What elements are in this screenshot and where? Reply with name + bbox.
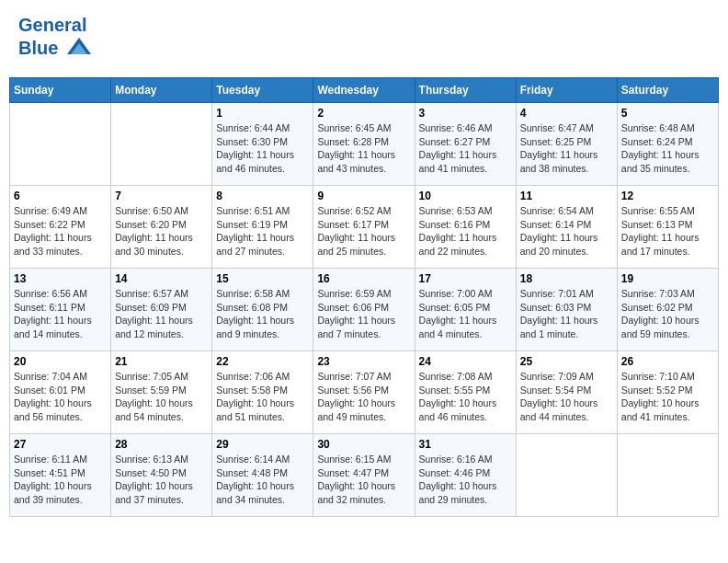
day-info: Sunrise: 7:07 AMSunset: 5:56 PMDaylight:… — [317, 370, 410, 424]
calendar-cell: 31Sunrise: 6:16 AMSunset: 4:46 PMDayligh… — [415, 434, 516, 517]
calendar-cell — [617, 434, 718, 517]
day-number: 10 — [419, 190, 512, 202]
day-number: 8 — [216, 190, 309, 202]
day-info: Sunrise: 6:14 AMSunset: 4:48 PMDaylight:… — [216, 453, 309, 507]
calendar-cell: 5Sunrise: 6:48 AMSunset: 6:24 PMDaylight… — [617, 103, 718, 186]
calendar-cell: 13Sunrise: 6:56 AMSunset: 6:11 PMDayligh… — [10, 269, 111, 351]
day-number: 21 — [115, 355, 208, 368]
calendar-cell: 27Sunrise: 6:11 AMSunset: 4:51 PMDayligh… — [10, 434, 111, 517]
calendar-cell — [10, 103, 111, 186]
day-number: 2 — [317, 107, 410, 120]
weekday-header-row: SundayMondayTuesdayWednesdayThursdayFrid… — [10, 78, 719, 103]
day-info: Sunrise: 6:55 AMSunset: 6:13 PMDaylight:… — [621, 204, 714, 259]
calendar-cell: 23Sunrise: 7:07 AMSunset: 5:56 PMDayligh… — [313, 351, 415, 434]
day-info: Sunrise: 6:59 AMSunset: 6:06 PMDaylight:… — [317, 287, 410, 341]
day-info: Sunrise: 7:09 AMSunset: 5:54 PMDaylight:… — [520, 370, 613, 424]
calendar-cell: 15Sunrise: 6:58 AMSunset: 6:08 PMDayligh… — [212, 269, 313, 351]
calendar-cell: 6Sunrise: 6:49 AMSunset: 6:22 PMDaylight… — [10, 186, 111, 269]
weekday-header-saturday: Saturday — [617, 78, 718, 103]
calendar-cell: 21Sunrise: 7:05 AMSunset: 5:59 PMDayligh… — [111, 351, 212, 434]
calendar-cell: 29Sunrise: 6:14 AMSunset: 4:48 PMDayligh… — [212, 434, 313, 517]
calendar-week-row: 6Sunrise: 6:49 AMSunset: 6:22 PMDaylight… — [10, 186, 719, 269]
page-header: General Blue — [9, 9, 719, 68]
day-number: 23 — [317, 355, 410, 368]
day-number: 14 — [115, 272, 208, 285]
day-number: 13 — [14, 272, 107, 285]
calendar-table: SundayMondayTuesdayWednesdayThursdayFrid… — [9, 77, 719, 517]
calendar-cell: 17Sunrise: 7:00 AMSunset: 6:05 PMDayligh… — [415, 269, 516, 351]
calendar-week-row: 13Sunrise: 6:56 AMSunset: 6:11 PMDayligh… — [10, 269, 719, 351]
calendar-cell: 19Sunrise: 7:03 AMSunset: 6:02 PMDayligh… — [617, 269, 718, 351]
day-info: Sunrise: 6:58 AMSunset: 6:08 PMDaylight:… — [216, 287, 309, 341]
day-info: Sunrise: 6:47 AMSunset: 6:25 PMDaylight:… — [520, 121, 613, 176]
calendar-cell: 16Sunrise: 6:59 AMSunset: 6:06 PMDayligh… — [313, 269, 415, 351]
calendar-cell: 30Sunrise: 6:15 AMSunset: 4:47 PMDayligh… — [313, 434, 415, 517]
day-info: Sunrise: 6:48 AMSunset: 6:24 PMDaylight:… — [621, 121, 714, 176]
weekday-header-sunday: Sunday — [10, 78, 111, 103]
day-number: 20 — [14, 355, 107, 368]
day-info: Sunrise: 6:13 AMSunset: 4:50 PMDaylight:… — [115, 453, 208, 507]
calendar-cell — [111, 103, 212, 186]
calendar-cell: 25Sunrise: 7:09 AMSunset: 5:54 PMDayligh… — [516, 351, 617, 434]
calendar-week-row: 1Sunrise: 6:44 AMSunset: 6:30 PMDaylight… — [10, 103, 719, 186]
calendar-cell: 9Sunrise: 6:52 AMSunset: 6:17 PMDaylight… — [313, 186, 415, 269]
day-number: 18 — [520, 272, 613, 285]
day-number: 5 — [621, 107, 714, 120]
day-info: Sunrise: 6:46 AMSunset: 6:27 PMDaylight:… — [419, 121, 512, 176]
day-number: 4 — [520, 107, 613, 120]
day-info: Sunrise: 6:51 AMSunset: 6:19 PMDaylight:… — [216, 204, 309, 259]
calendar-cell: 4Sunrise: 6:47 AMSunset: 6:25 PMDaylight… — [516, 103, 617, 186]
day-number: 24 — [419, 355, 512, 368]
day-number: 25 — [520, 355, 613, 368]
day-number: 17 — [419, 272, 512, 285]
calendar-cell: 8Sunrise: 6:51 AMSunset: 6:19 PMDaylight… — [212, 186, 313, 269]
day-number: 12 — [621, 190, 714, 202]
day-number: 29 — [216, 438, 309, 451]
calendar-cell: 10Sunrise: 6:53 AMSunset: 6:16 PMDayligh… — [415, 186, 516, 269]
calendar-cell: 26Sunrise: 7:10 AMSunset: 5:52 PMDayligh… — [617, 351, 718, 434]
day-number: 26 — [621, 355, 714, 368]
calendar-cell: 22Sunrise: 7:06 AMSunset: 5:58 PMDayligh… — [212, 351, 313, 434]
day-info: Sunrise: 6:15 AMSunset: 4:47 PMDaylight:… — [317, 453, 410, 507]
day-number: 19 — [621, 272, 714, 285]
day-info: Sunrise: 6:49 AMSunset: 6:22 PMDaylight:… — [14, 204, 107, 259]
day-number: 22 — [216, 355, 309, 368]
day-number: 3 — [419, 107, 512, 120]
day-info: Sunrise: 6:45 AMSunset: 6:28 PMDaylight:… — [317, 121, 410, 176]
day-number: 1 — [216, 107, 309, 120]
weekday-header-thursday: Thursday — [415, 78, 516, 103]
day-number: 28 — [115, 438, 208, 451]
day-number: 9 — [317, 190, 410, 202]
day-info: Sunrise: 7:03 AMSunset: 6:02 PMDaylight:… — [621, 287, 714, 341]
day-info: Sunrise: 6:53 AMSunset: 6:16 PMDaylight:… — [419, 204, 512, 259]
day-info: Sunrise: 6:57 AMSunset: 6:09 PMDaylight:… — [115, 287, 208, 341]
day-number: 16 — [317, 272, 410, 285]
day-info: Sunrise: 6:54 AMSunset: 6:14 PMDaylight:… — [520, 204, 613, 259]
day-info: Sunrise: 7:10 AMSunset: 5:52 PMDaylight:… — [621, 370, 714, 424]
day-info: Sunrise: 6:11 AMSunset: 4:51 PMDaylight:… — [14, 453, 107, 507]
day-number: 27 — [14, 438, 107, 451]
day-info: Sunrise: 6:50 AMSunset: 6:20 PMDaylight:… — [115, 204, 208, 259]
calendar-cell: 24Sunrise: 7:08 AMSunset: 5:55 PMDayligh… — [415, 351, 516, 434]
day-number: 31 — [419, 438, 512, 451]
day-info: Sunrise: 7:05 AMSunset: 5:59 PMDaylight:… — [115, 370, 208, 424]
calendar-week-row: 27Sunrise: 6:11 AMSunset: 4:51 PMDayligh… — [10, 434, 719, 517]
calendar-cell: 18Sunrise: 7:01 AMSunset: 6:03 PMDayligh… — [516, 269, 617, 351]
calendar-cell: 12Sunrise: 6:55 AMSunset: 6:13 PMDayligh… — [617, 186, 718, 269]
calendar-cell — [516, 434, 617, 517]
calendar-cell: 2Sunrise: 6:45 AMSunset: 6:28 PMDaylight… — [313, 103, 415, 186]
weekday-header-tuesday: Tuesday — [212, 78, 313, 103]
calendar-cell: 11Sunrise: 6:54 AMSunset: 6:14 PMDayligh… — [516, 186, 617, 269]
weekday-header-monday: Monday — [111, 78, 212, 103]
calendar-cell: 20Sunrise: 7:04 AMSunset: 6:01 PMDayligh… — [10, 351, 111, 434]
calendar-cell: 28Sunrise: 6:13 AMSunset: 4:50 PMDayligh… — [111, 434, 212, 517]
calendar-cell: 3Sunrise: 6:46 AMSunset: 6:27 PMDaylight… — [415, 103, 516, 186]
calendar-week-row: 20Sunrise: 7:04 AMSunset: 6:01 PMDayligh… — [10, 351, 719, 434]
day-number: 30 — [317, 438, 410, 451]
logo-text: General Blue — [18, 14, 93, 63]
weekday-header-wednesday: Wednesday — [313, 78, 415, 103]
day-info: Sunrise: 6:16 AMSunset: 4:46 PMDaylight:… — [419, 453, 512, 507]
day-info: Sunrise: 7:01 AMSunset: 6:03 PMDaylight:… — [520, 287, 613, 341]
logo: General Blue — [18, 14, 93, 63]
weekday-header-friday: Friday — [516, 78, 617, 103]
